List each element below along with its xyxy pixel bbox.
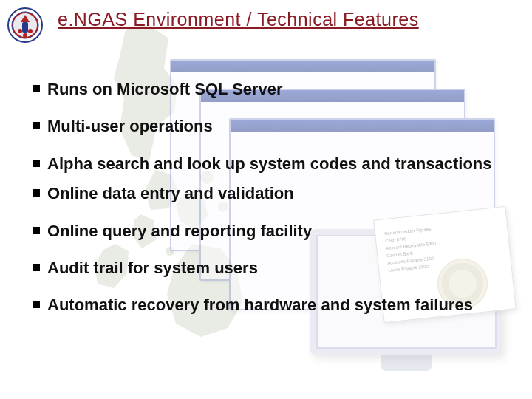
feature-item: Alpha search and look up system codes an… [33,154,510,174]
bullet-icon [33,301,40,308]
feature-item: Automatic recovery from hardware and sys… [33,296,510,315]
feature-text: Multi-user operations [47,117,510,136]
feature-list: Runs on Microsoft SQL Server Multi-user … [33,80,510,333]
bullet-icon [33,227,40,234]
feature-text: Audit trail for system users [47,259,510,278]
feature-text: Online data entry and validation [47,184,510,203]
feature-item: Multi-user operations [33,117,510,136]
bullet-icon [33,160,40,167]
feature-text: Alpha search and look up system codes an… [47,154,510,174]
svg-rect-5 [22,22,28,33]
svg-point-8 [23,33,27,38]
bullet-icon [33,189,40,197]
feature-text: Online query and reporting facility [47,222,510,241]
bullet-icon [33,85,40,92]
feature-item: Online query and reporting facility [33,222,510,241]
bullet-icon [33,264,40,271]
svg-point-7 [28,29,33,33]
feature-text: Runs on Microsoft SQL Server [47,80,510,99]
svg-point-6 [18,29,22,33]
org-logo [7,7,43,43]
page-title: e.NGAS Environment / Technical Features [58,9,471,30]
feature-item: Runs on Microsoft SQL Server [33,80,510,99]
feature-item: Audit trail for system users [33,259,510,278]
feature-text: Automatic recovery from hardware and sys… [47,296,510,315]
feature-item: Online data entry and validation [33,184,510,203]
bullet-icon [33,122,40,129]
